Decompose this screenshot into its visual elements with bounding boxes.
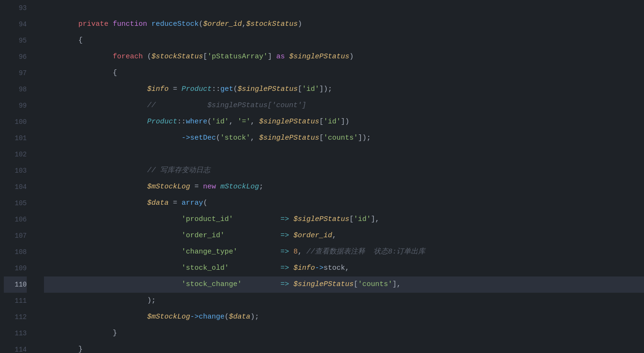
class-mstocklog: mStockLog — [220, 183, 259, 191]
comma-100a: , — [229, 118, 233, 126]
arrow-106: => — [280, 215, 289, 223]
arrow-110: => — [280, 280, 289, 288]
bracket-close-110: ], — [392, 280, 401, 288]
var-mstocklog: $mStockLog — [147, 183, 190, 191]
comma-100b: , — [250, 118, 255, 126]
code-line-113: } — [44, 325, 644, 342]
var-siglepstatus-106: $siglePStatus — [293, 215, 349, 223]
code-line-107: 'order_id' => $order_id, — [44, 228, 644, 244]
brace-open-95: { — [78, 36, 83, 44]
var-stockstatus: $stockStatus — [151, 53, 203, 61]
str-counts-101: 'counts' — [323, 134, 358, 142]
line-num-95: 95 — [4, 33, 27, 49]
line-num-112: 112 — [4, 309, 27, 325]
bracket-close-101: ]); — [358, 134, 371, 142]
line-numbers: 93 94 95 96 97 98 99 100 101 102 103 104… — [0, 0, 34, 353]
line-num-101: 101 — [4, 130, 27, 146]
comma-101: , — [250, 134, 255, 142]
kw-private: private — [78, 20, 108, 28]
paren-open: ( — [199, 20, 203, 28]
code-line-100: Product::where('id', '=', $singlePStatus… — [44, 114, 644, 130]
line-num-94: 94 — [4, 16, 27, 33]
arrow-107: => — [280, 232, 289, 240]
code-line-114: } — [44, 342, 644, 353]
fn-change: change — [199, 313, 225, 321]
eq-104: = — [194, 183, 199, 191]
code-line-104: $mStockLog = new mStockLog; — [44, 179, 644, 195]
line-num-109: 109 — [4, 260, 27, 276]
var-mstocklog-112: $mStockLog — [147, 313, 190, 321]
paren-close-96: ) — [349, 53, 354, 61]
prop-stock: stock, — [323, 264, 349, 272]
arrow-112: -> — [190, 313, 199, 321]
line-num-99: 99 — [4, 98, 27, 114]
line-num-110: 110 — [4, 276, 27, 293]
var-info: $info — [147, 85, 169, 93]
param-order-id: $order_id — [203, 20, 242, 28]
code-line-99: // $singlePStatus['count'] — [44, 98, 644, 114]
var-singlepstatus-96: $singlePStatus — [289, 53, 349, 61]
bracket-106: [ — [349, 215, 354, 223]
fn-setdec: setDec — [190, 134, 216, 142]
code-line-112: $mStockLog->change($data); — [44, 309, 644, 325]
var-singlepstatus-100: $singlePStatus — [259, 118, 319, 126]
code-line-96: foreach ($stockStatus['pStatusArray'] as… — [44, 49, 644, 65]
bracket-110: [ — [354, 280, 358, 288]
line-num-98: 98 — [4, 81, 27, 98]
code-line-110: 'stock_change' => $singlePStatus['counts… — [44, 276, 644, 293]
str-pstatusarray: 'pStatusArray' — [207, 53, 268, 61]
line-num-102: 102 — [4, 146, 27, 163]
paren-105: ( — [203, 199, 207, 207]
paren-101: ( — [216, 134, 220, 142]
code-line-101: ->setDec('stock', $singlePStatus['counts… — [44, 130, 644, 146]
code-line-106: 'product_id' => $siglePStatus['id'], — [44, 211, 644, 228]
var-singlepstatus-110: $singlePStatus — [293, 280, 354, 288]
code-content: private function reduceStock($order_id,$… — [34, 0, 644, 353]
paren-close-111: ); — [147, 297, 156, 305]
param-stockstatus: $stockStatus — [246, 20, 298, 28]
comma: , — [242, 20, 246, 28]
brace-open-97: { — [113, 69, 117, 77]
arrow-109: => — [280, 264, 289, 272]
bracket-close-106: ], — [371, 215, 379, 223]
eq-98: = — [173, 85, 177, 93]
code-line-97: { — [44, 65, 644, 81]
code-line-103: // 写库存变动日志 — [44, 163, 644, 179]
fn-get: get — [220, 85, 233, 93]
paren-close: ) — [298, 20, 302, 28]
line-num-93: 93 — [4, 0, 27, 16]
paren-close-98: ); — [323, 85, 332, 93]
comment-108: //查看数据表注释 状态8:订单出库 — [306, 248, 425, 256]
line-num-103: 103 — [4, 163, 27, 179]
bracket-100: [ — [319, 118, 323, 126]
doublecolon-100: :: — [177, 118, 186, 126]
str-change-type: 'change_type' — [182, 248, 237, 256]
brace-close-114: } — [78, 345, 83, 353]
str-order-id: 'order_id' — [182, 232, 225, 240]
line-num-104: 104 — [4, 179, 27, 195]
code-line-95: { — [44, 33, 644, 49]
var-orderid-107: $order_id — [293, 232, 332, 240]
str-counts-110: 'counts' — [358, 280, 392, 288]
doublecolon-98: :: — [212, 85, 220, 93]
paren-96: ( — [147, 53, 151, 61]
bracket-96: [ — [203, 53, 207, 61]
code-line-109: 'stock_old' => $info->stock, — [44, 260, 644, 276]
str-id-100: 'id' — [212, 118, 229, 126]
code-line-98: $info = Product::get($singlePStatus['id'… — [44, 81, 644, 98]
kw-as: as — [276, 53, 285, 61]
str-id-98: 'id' — [302, 85, 319, 93]
class-product-100: Product — [147, 118, 177, 126]
comma-108: , — [298, 248, 302, 256]
bracket-101: [ — [319, 134, 323, 142]
line-num-106: 106 — [4, 211, 27, 228]
arrow-108: => — [280, 248, 289, 256]
str-id2-100: 'id' — [323, 118, 341, 126]
kw-function: function — [113, 20, 147, 28]
line-num-97: 97 — [4, 65, 27, 81]
paren-98: ( — [233, 85, 237, 93]
code-line-105: $data = array( — [44, 195, 644, 211]
code-editor: 93 94 95 96 97 98 99 100 101 102 103 104… — [0, 0, 644, 353]
code-line-111: ); — [44, 293, 644, 309]
str-stock-old: 'stock_old' — [182, 264, 229, 272]
